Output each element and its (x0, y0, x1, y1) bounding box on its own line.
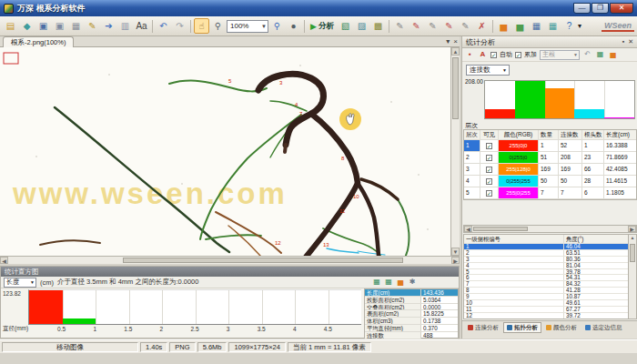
chart-export-icon[interactable]: ▅ (608, 50, 618, 60)
export-excel-icon[interactable]: ▦ (595, 50, 605, 60)
pen-tool-3-icon[interactable]: ✎ (425, 18, 440, 34)
hand-tool-icon[interactable]: ☝ (194, 18, 209, 34)
settings-gear-icon[interactable]: ✱ (408, 278, 417, 287)
canvas-horizontal-scrollbar[interactable]: ◀ ▶ (0, 256, 460, 264)
zoom-in-icon[interactable]: ⚲ (269, 18, 285, 34)
grid-tool-icon[interactable]: ▩ (370, 18, 386, 34)
scroll-right-icon[interactable]: ▶ (628, 226, 636, 232)
table-row[interactable]: 2✓0|255|0512082371.8669 (464, 152, 636, 164)
panel-close-icon[interactable]: ✕ (628, 38, 633, 46)
import-icon[interactable]: ◆ (19, 18, 35, 34)
pin-icon[interactable]: ▪ (622, 38, 624, 46)
chart-style-icon[interactable]: ▅ (396, 278, 405, 287)
tab-color-analysis[interactable]: 颜色分析 (542, 322, 581, 333)
stat-row[interactable]: 投影面积(cm2)5.0364 (365, 297, 458, 304)
stat-row[interactable]: 体积(cm3)0.1738 (365, 318, 458, 325)
pen-tool-4-icon[interactable]: ✎ (441, 18, 457, 34)
canvas-vertical-scrollbar[interactable]: ▲ ▼ (450, 47, 460, 256)
table-row[interactable]: 263.51 (464, 250, 636, 257)
minimize-button[interactable]: — (573, 3, 591, 14)
table-row[interactable]: 910.87 (464, 294, 636, 300)
table-row[interactable]: 1167.27 (464, 307, 636, 313)
table-row[interactable]: 5✓255|0|2557761.1805 (464, 187, 636, 199)
export-icon[interactable]: ➔ (101, 18, 116, 34)
stat-row[interactable]: 表面积(cm2)15.8225 (365, 310, 458, 318)
zoom-level-combo[interactable]: 100%▼ (227, 20, 268, 33)
document-tab[interactable]: 根系-2.png(100%) (3, 36, 74, 47)
scroll-right-icon[interactable]: ▶ (451, 257, 460, 264)
table-row[interactable]: 1239.72 (464, 313, 636, 319)
tab-connection-analysis[interactable]: 连接分析 (464, 322, 502, 333)
accumulate-checkbox[interactable]: ✓ (515, 52, 521, 58)
bar-chart-icon[interactable]: ▅ (496, 18, 511, 34)
stat-row[interactable]: 交叠面积(cm2)0.0000 (365, 304, 458, 311)
table-row[interactable]: 380.36 (464, 257, 636, 263)
table-row[interactable]: 481.04 (464, 263, 636, 269)
layers-tool-icon[interactable]: ▧ (338, 18, 353, 34)
visible-checkbox[interactable]: ✓ (486, 155, 492, 161)
table-row[interactable]: 1049.61 (464, 300, 636, 307)
vertical-scroll-thumb[interactable] (630, 244, 635, 262)
tab-list-caret-icon[interactable]: ▾ (446, 37, 450, 46)
tab-topology-analysis[interactable]: 拓扑分析 (503, 322, 541, 333)
copy-icon[interactable]: ▥ (117, 18, 133, 34)
visible-checkbox[interactable]: ✓ (486, 143, 492, 149)
pen-tool-1-icon[interactable]: ✎ (392, 18, 408, 34)
pen-tool-2-icon[interactable]: ✎ (409, 18, 424, 34)
horizontal-scroll-thumb[interactable] (473, 227, 528, 231)
help-icon[interactable]: ? (561, 18, 577, 34)
root-type-combo[interactable]: 主根▼ (540, 50, 580, 60)
table-row[interactable]: 1✓255|0|0152116.3388 (464, 140, 636, 152)
stat-row[interactable]: 平均直径(mm)0.370 (365, 325, 458, 332)
stat-row[interactable]: 长度(cm)143.436 (365, 289, 458, 297)
eraser-tool-icon[interactable]: ✗ (474, 18, 490, 34)
analyze-button[interactable]: ▶分析 (308, 20, 337, 33)
visible-checkbox[interactable]: ✓ (486, 178, 492, 185)
scroll-left-icon[interactable]: ◀ (464, 226, 472, 232)
image-canvas[interactable]: www.wseen.com (0, 47, 460, 256)
pen-tool-5-icon[interactable]: ✎ (458, 18, 473, 34)
toolbar-overflow-caret-icon[interactable]: ▾ (578, 22, 581, 30)
close-button[interactable]: ✕ (610, 3, 633, 14)
export-report-icon[interactable]: ▦ (372, 278, 381, 287)
auto-checkbox[interactable]: ✓ (490, 52, 497, 58)
undo-icon[interactable]: ↶ (582, 50, 592, 60)
visible-checkbox[interactable]: ✓ (486, 190, 492, 197)
maximize-button[interactable]: ❐ (592, 3, 609, 14)
flag-tool-icon[interactable]: ▪ (465, 50, 475, 60)
undo-icon[interactable]: ↶ (156, 18, 171, 34)
vertical-scroll-thumb[interactable] (452, 57, 459, 119)
visible-checkbox[interactable]: ✓ (486, 167, 492, 173)
table-horizontal-scrollbar[interactable]: ◀ ▶ (463, 225, 637, 233)
tab-close-icon[interactable]: × (453, 37, 458, 46)
text-label-icon[interactable]: Aa (134, 18, 149, 34)
horizontal-scroll-thumb[interactable] (123, 258, 403, 263)
label-tool-icon[interactable]: A (478, 50, 488, 60)
image-view-icon[interactable]: ▦ (545, 18, 561, 34)
table-row[interactable]: 784.32 (464, 281, 636, 288)
save-all-icon[interactable]: ▣ (52, 18, 67, 34)
scroll-left-icon[interactable]: ◀ (0, 257, 8, 264)
redo-icon[interactable]: ↷ (172, 18, 187, 34)
table-row[interactable]: 539.78 (464, 269, 636, 276)
save-icon[interactable]: ▣ (35, 18, 51, 34)
preview-icon[interactable]: ● (286, 18, 301, 34)
edit-pencil-icon[interactable]: ✎ (85, 18, 100, 34)
scroll-up-icon[interactable]: ▲ (451, 47, 460, 56)
export-excel-icon[interactable]: ▦ (384, 278, 393, 287)
histogram-metric-combo[interactable]: 长度▼ (4, 278, 36, 288)
stat-row[interactable]: 连接数488 (365, 332, 458, 339)
table-row[interactable]: 4✓0|255|25550502811.4615 (464, 176, 636, 187)
zoom-tool-icon[interactable]: ⚲ (210, 18, 226, 34)
scroll-down-icon[interactable]: ▼ (451, 248, 460, 256)
stats-chart-icon[interactable]: ▅ (512, 18, 528, 34)
table-view-icon[interactable]: ▦ (529, 18, 544, 34)
table-row[interactable]: 3✓255|128|01691696642.4085 (464, 164, 636, 176)
tab-selected-edge-info[interactable]: 选定边信息 (581, 322, 626, 333)
open-icon[interactable]: ▤ (3, 18, 18, 34)
table-row[interactable]: 841.28 (464, 288, 636, 294)
chart-metric-combo[interactable]: 连接数▼ (466, 65, 510, 76)
root-trace-icon[interactable]: ▨ (354, 18, 369, 34)
table-row[interactable]: 146.04 (464, 244, 636, 250)
table-row[interactable]: 654.31 (464, 275, 636, 281)
